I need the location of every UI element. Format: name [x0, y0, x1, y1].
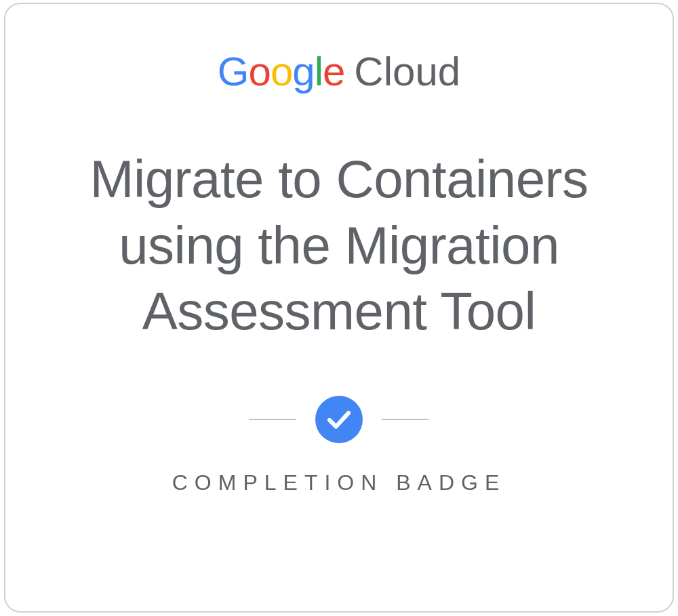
logo-letter-o: o — [249, 49, 271, 94]
logo-letter-o: o — [271, 49, 292, 94]
badge-card: Google Cloud Migrate to Containers using… — [4, 3, 674, 613]
logo-letter-e: e — [323, 49, 344, 94]
google-cloud-logo: Google Cloud — [218, 52, 460, 92]
cloud-wordmark: Cloud — [354, 52, 460, 92]
checkmark-icon — [315, 396, 363, 443]
logo-letter-g: g — [292, 49, 314, 94]
google-wordmark: Google — [218, 52, 345, 92]
logo-letter-g: G — [218, 49, 249, 94]
divider-line-left — [249, 419, 296, 420]
logo-letter-l: l — [315, 49, 323, 94]
divider-line-right — [382, 419, 429, 420]
divider-row — [249, 396, 429, 443]
course-title: Migrate to Containers using the Migratio… — [33, 146, 645, 345]
completion-badge-label: COMPLETION BADGE — [172, 470, 506, 495]
